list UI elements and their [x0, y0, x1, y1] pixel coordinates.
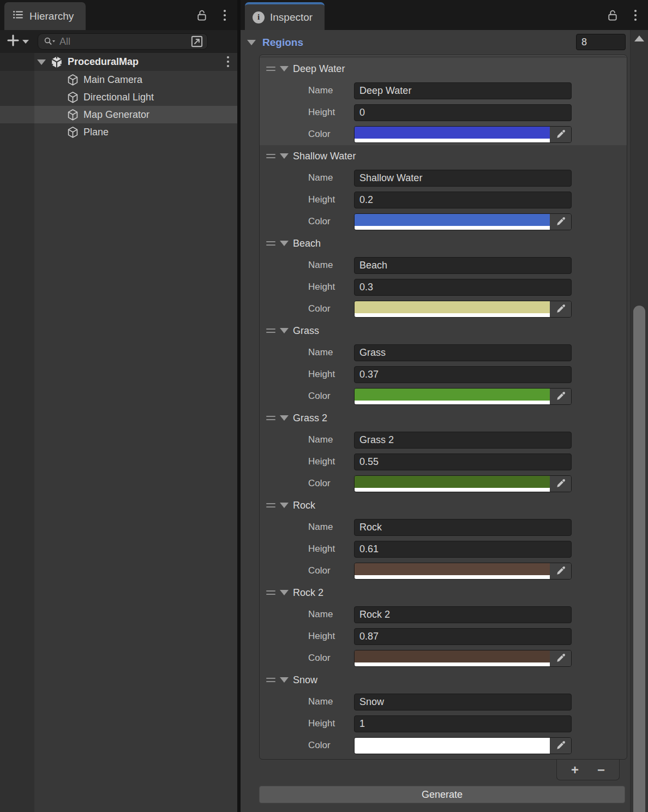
height-field[interactable]: 0.3	[354, 279, 572, 296]
eyedropper-icon[interactable]	[550, 214, 571, 230]
name-field[interactable]: Snow	[354, 694, 572, 710]
add-region-button[interactable]: +	[571, 763, 579, 777]
height-field[interactable]: 0.37	[354, 366, 572, 383]
color-swatch[interactable]	[355, 214, 550, 230]
foldout-icon[interactable]	[280, 415, 289, 421]
eyedropper-icon[interactable]	[550, 301, 571, 317]
kebab-menu-icon[interactable]	[226, 55, 230, 71]
name-field[interactable]: Grass 2	[354, 432, 572, 449]
color-field[interactable]	[354, 126, 572, 143]
search-input[interactable]: All	[38, 33, 208, 50]
color-field[interactable]	[354, 475, 572, 492]
foldout-icon[interactable]	[280, 153, 289, 159]
hierarchy-tree: ProceduralMap Main Camera Directional Li…	[0, 53, 237, 812]
foldout-icon[interactable]	[280, 66, 289, 71]
array-size-field[interactable]: 8	[576, 34, 626, 50]
height-field[interactable]: 0	[354, 104, 572, 121]
eyedropper-icon[interactable]	[550, 389, 571, 404]
color-swatch[interactable]	[355, 127, 550, 142]
height-field[interactable]: 0.55	[354, 453, 572, 470]
region-element-grass[interactable]: Grass Name Grass Height 0.37 Color	[260, 320, 627, 407]
scrollbar-up-arrow[interactable]	[634, 35, 644, 41]
lock-icon[interactable]	[605, 7, 620, 23]
region-element-rock-2[interactable]: Rock 2 Name Rock 2 Height 0.87 Color	[260, 582, 627, 669]
remove-region-button[interactable]: −	[597, 763, 605, 777]
region-element-snow[interactable]: Snow Name Snow Height 1 Color	[260, 669, 627, 756]
foldout-icon[interactable]	[280, 677, 289, 683]
color-swatch[interactable]	[355, 563, 550, 579]
eyedropper-icon[interactable]	[550, 738, 571, 754]
eyedropper-icon[interactable]	[550, 476, 571, 492]
foldout-icon[interactable]	[247, 40, 256, 45]
foldout-icon[interactable]	[280, 241, 289, 246]
tab-inspector[interactable]: i Inspector	[245, 2, 325, 30]
inspector-scrollbar[interactable]	[630, 30, 648, 812]
region-header[interactable]: Snow	[260, 669, 627, 691]
height-label: Height	[260, 194, 354, 205]
region-element-rock[interactable]: Rock Name Rock Height 0.61 Color	[260, 494, 627, 582]
color-swatch[interactable]	[355, 476, 550, 492]
scrollbar-thumb[interactable]	[633, 306, 645, 812]
hierarchy-item-main-camera[interactable]: Main Camera	[0, 71, 237, 88]
drag-handle-icon[interactable]	[266, 154, 275, 158]
region-header[interactable]: Rock	[260, 494, 627, 516]
color-swatch[interactable]	[355, 738, 550, 754]
kebab-menu-icon[interactable]	[218, 7, 232, 23]
detach-search-icon[interactable]	[190, 34, 204, 49]
lock-icon[interactable]	[195, 7, 209, 23]
name-field[interactable]: Rock	[354, 519, 572, 536]
color-field[interactable]	[354, 737, 572, 754]
height-field[interactable]: 0.87	[354, 628, 572, 645]
foldout-icon[interactable]	[280, 590, 289, 595]
name-field[interactable]: Shallow Water	[354, 170, 572, 187]
hierarchy-item-map-generator[interactable]: Map Generator	[0, 106, 237, 123]
hierarchy-row-scene[interactable]: ProceduralMap	[0, 53, 237, 71]
region-header[interactable]: Grass	[260, 320, 627, 342]
regions-label: Regions	[262, 37, 303, 49]
region-element-deep-water[interactable]: Deep Water Name Deep Water Height 0 Colo…	[260, 58, 627, 145]
eyedropper-icon[interactable]	[550, 563, 571, 579]
color-field[interactable]	[354, 301, 572, 318]
region-element-grass-2[interactable]: Grass 2 Name Grass 2 Height 0.55 Color	[260, 407, 627, 494]
color-swatch[interactable]	[355, 389, 550, 404]
drag-handle-icon[interactable]	[266, 241, 275, 246]
color-swatch[interactable]	[355, 650, 550, 666]
foldout-icon[interactable]	[280, 503, 289, 508]
region-element-shallow-water[interactable]: Shallow Water Name Shallow Water Height …	[260, 145, 627, 232]
drag-handle-icon[interactable]	[266, 503, 275, 507]
drag-handle-icon[interactable]	[266, 416, 275, 420]
foldout-icon[interactable]	[280, 328, 289, 333]
eyedropper-icon[interactable]	[550, 650, 571, 666]
drag-handle-icon[interactable]	[266, 678, 275, 682]
drag-handle-icon[interactable]	[266, 67, 275, 71]
region-header[interactable]: Deep Water	[260, 58, 627, 80]
color-field[interactable]	[354, 650, 572, 667]
height-field[interactable]: 0.2	[354, 192, 572, 208]
region-header[interactable]: Grass 2	[260, 407, 627, 429]
tab-hierarchy[interactable]: Hierarchy	[4, 2, 86, 30]
name-label: Name	[260, 522, 354, 533]
drag-handle-icon[interactable]	[266, 590, 275, 595]
kebab-menu-icon[interactable]	[628, 7, 643, 23]
drag-handle-icon[interactable]	[266, 329, 275, 333]
region-header[interactable]: Rock 2	[260, 582, 627, 604]
name-field[interactable]: Deep Water	[354, 82, 572, 99]
name-field[interactable]: Rock 2	[354, 606, 572, 623]
height-field[interactable]: 1	[354, 715, 572, 732]
create-object-button[interactable]	[7, 34, 29, 49]
generate-button[interactable]: Generate	[259, 786, 625, 803]
region-header[interactable]: Beach	[260, 232, 627, 254]
region-element-beach[interactable]: Beach Name Beach Height 0.3 Color	[260, 232, 627, 320]
region-header[interactable]: Shallow Water	[260, 145, 627, 167]
name-field[interactable]: Grass	[354, 344, 572, 361]
color-field[interactable]	[354, 388, 572, 405]
hierarchy-item-directional-light[interactable]: Directional Light	[0, 88, 237, 106]
foldout-icon[interactable]	[37, 59, 46, 65]
color-swatch[interactable]	[355, 301, 550, 317]
name-field[interactable]: Beach	[354, 257, 572, 274]
color-field[interactable]	[354, 563, 572, 580]
hierarchy-item-plane[interactable]: Plane	[0, 123, 237, 141]
color-field[interactable]	[354, 213, 572, 230]
eyedropper-icon[interactable]	[550, 127, 571, 142]
height-field[interactable]: 0.61	[354, 541, 572, 558]
